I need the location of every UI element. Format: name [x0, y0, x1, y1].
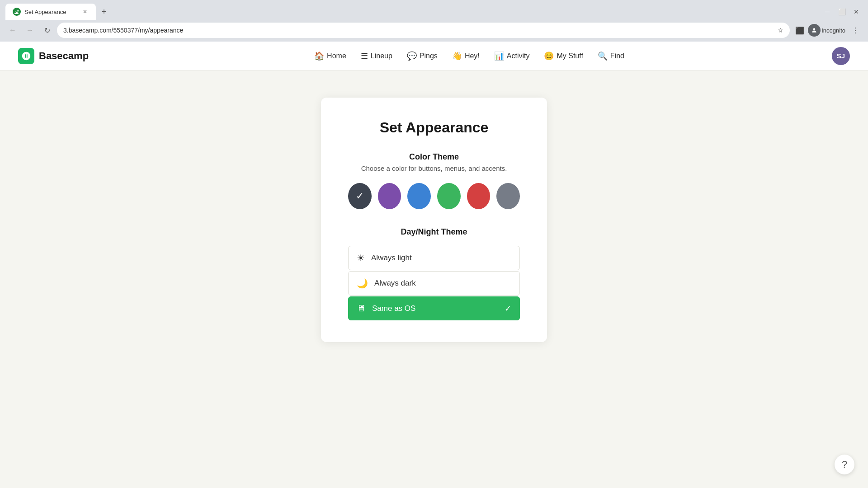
pings-icon: 💬 — [407, 51, 417, 61]
help-button[interactable]: ? — [835, 455, 854, 474]
app-container: Basecamp 🏠 Home ☰ Lineup 💬 Pings 👋 Hey! … — [0, 42, 868, 488]
color-swatches: ✓ — [348, 183, 520, 209]
nav-pings[interactable]: 💬 Pings — [401, 47, 444, 65]
nav-home[interactable]: 🏠 Home — [308, 47, 353, 65]
address-bar[interactable]: 3.basecamp.com/5550377/my/appearance ☆ — [57, 23, 790, 38]
nav-home-label: Home — [327, 52, 346, 60]
theme-light-label: Always light — [371, 253, 511, 263]
sun-icon: ☀ — [357, 253, 365, 263]
theme-option-os[interactable]: 🖥 Same as OS ✓ — [348, 296, 520, 320]
nav-lineup-label: Lineup — [371, 52, 392, 60]
nav-find-label: Find — [610, 52, 624, 60]
brand-logo — [18, 48, 34, 64]
nav-find[interactable]: 🔍 Find — [591, 47, 631, 65]
svg-point-0 — [813, 28, 816, 30]
divider-right — [475, 232, 520, 232]
hey-icon: 👋 — [452, 51, 462, 61]
day-night-title: Day/Night Theme — [401, 227, 467, 237]
theme-options: ☀ Always light 🌙 Always dark 🖥 Same as O… — [348, 246, 520, 320]
new-tab-button[interactable]: + — [98, 5, 110, 18]
color-theme-section: Color Theme Choose a color for buttons, … — [348, 152, 520, 209]
back-button[interactable]: ← — [5, 23, 20, 38]
incognito-icon — [808, 24, 821, 37]
color-swatch-red[interactable] — [467, 183, 491, 209]
color-swatch-purple[interactable] — [378, 183, 401, 209]
toolbar-actions: ⬛ Incognito ⋮ — [793, 23, 863, 38]
extensions-button[interactable]: ⬛ — [793, 23, 807, 38]
moon-icon: 🌙 — [357, 278, 368, 289]
app-nav: Basecamp 🏠 Home ☰ Lineup 💬 Pings 👋 Hey! … — [0, 42, 868, 70]
forward-button[interactable]: → — [23, 23, 37, 38]
theme-selected-check: ✓ — [505, 304, 511, 314]
divider-left — [348, 232, 393, 232]
color-swatch-dark[interactable]: ✓ — [348, 183, 372, 209]
lineup-icon: ☰ — [361, 51, 368, 61]
color-swatch-green[interactable] — [437, 183, 461, 209]
activity-icon: 📊 — [494, 51, 504, 61]
reload-button[interactable]: ↻ — [40, 23, 54, 38]
browser-tab[interactable]: 🏕 Set Appearance ✕ — [5, 4, 96, 20]
bookmark-icon[interactable]: ☆ — [778, 27, 783, 34]
nav-activity-label: Activity — [507, 52, 530, 60]
page-title: Set Appearance — [348, 119, 520, 136]
nav-pings-label: Pings — [420, 52, 438, 60]
user-avatar[interactable]: SJ — [832, 47, 850, 65]
color-swatch-blue[interactable] — [407, 183, 431, 209]
color-swatch-gray[interactable] — [496, 183, 520, 209]
brand[interactable]: Basecamp — [18, 48, 89, 64]
nav-mystuff-label: My Stuff — [557, 52, 583, 60]
tab-title: Set Appearance — [24, 9, 78, 15]
appearance-card: Set Appearance Color Theme Choose a colo… — [321, 98, 547, 342]
nav-mystuff[interactable]: 😊 My Stuff — [538, 47, 589, 65]
theme-os-label: Same as OS — [372, 304, 498, 313]
theme-option-light[interactable]: ☀ Always light — [348, 246, 520, 270]
browser-toolbar: ← → ↻ 3.basecamp.com/5550377/my/appearan… — [0, 20, 868, 42]
day-night-section: Day/Night Theme ☀ Always light 🌙 Always … — [348, 227, 520, 320]
theme-dark-label: Always dark — [374, 279, 511, 288]
section-divider: Day/Night Theme — [348, 227, 520, 237]
home-icon: 🏠 — [314, 51, 324, 61]
browser-title-bar: 🏕 Set Appearance ✕ + ─ ⬜ ✕ — [0, 0, 868, 20]
menu-button[interactable]: ⋮ — [848, 23, 863, 38]
nav-lineup[interactable]: ☰ Lineup — [354, 47, 399, 65]
theme-option-dark[interactable]: 🌙 Always dark — [348, 271, 520, 296]
monitor-icon: 🖥 — [357, 303, 366, 314]
tab-favicon: 🏕 — [13, 8, 21, 16]
mystuff-icon: 😊 — [544, 51, 554, 61]
find-icon: 🔍 — [598, 51, 608, 61]
url-text: 3.basecamp.com/5550377/my/appearance — [63, 27, 774, 34]
color-theme-subtitle: Choose a color for buttons, menus, and a… — [348, 164, 520, 172]
nav-links: 🏠 Home ☰ Lineup 💬 Pings 👋 Hey! 📊 Activit… — [107, 47, 832, 65]
color-theme-title: Color Theme — [348, 152, 520, 162]
nav-activity[interactable]: 📊 Activity — [488, 47, 536, 65]
minimize-button[interactable]: ─ — [821, 5, 834, 18]
maximize-button[interactable]: ⬜ — [835, 5, 848, 18]
incognito-label: Incognito — [821, 27, 845, 34]
main-content: Set Appearance Color Theme Choose a colo… — [0, 70, 868, 488]
close-window-button[interactable]: ✕ — [850, 5, 863, 18]
window-controls: ─ ⬜ ✕ — [821, 5, 863, 18]
brand-name: Basecamp — [39, 50, 89, 62]
tab-close-button[interactable]: ✕ — [81, 8, 89, 15]
nav-hey[interactable]: 👋 Hey! — [446, 47, 486, 65]
nav-hey-label: Hey! — [465, 52, 480, 60]
browser-frame: 🏕 Set Appearance ✕ + ─ ⬜ ✕ ← → ↻ 3.basec… — [0, 0, 868, 42]
